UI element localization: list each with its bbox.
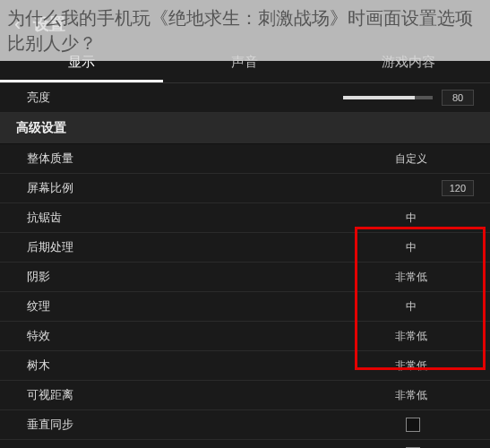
row-overall-quality[interactable]: 整体质量 自定义 [0,144,490,174]
tab-sound[interactable]: 声音 [163,45,326,82]
row-effects[interactable]: 特效 非常低 [0,322,490,351]
vsync-checkbox[interactable] [406,418,420,432]
overall-quality-label: 整体质量 [27,151,73,167]
tabs: 显示 声音 游戏内容 [0,45,490,83]
screen-ratio-label: 屏幕比例 [27,180,73,196]
post-processing-label: 后期处理 [27,239,73,255]
post-processing-value: 中 [348,240,474,255]
row-shadows[interactable]: 阴影 非常低 [0,263,490,292]
texture-value: 中 [348,299,474,314]
anti-aliasing-value: 中 [348,211,474,226]
settings-panel: ‹ 设置 显示 声音 游戏内容 亮度 80 高级设置 整体质量 自定义 屏幕比例… [0,0,490,448]
screen-ratio-value: 120 [442,180,474,196]
row-texture[interactable]: 纹理 中 [0,292,490,322]
row-view-distance[interactable]: 可视距离 非常低 [0,381,490,410]
tab-game-content[interactable]: 游戏内容 [327,45,490,82]
vsync-label: 垂直同步 [27,417,73,433]
row-brightness: 亮度 80 [0,83,490,113]
row-vsync[interactable]: 垂直同步 [0,410,490,440]
view-distance-label: 可视距离 [27,387,73,403]
row-post-processing[interactable]: 后期处理 中 [0,233,490,263]
advanced-settings-header: 高级设置 [0,113,490,144]
row-screen-ratio: 屏幕比例 120 [0,174,490,203]
anti-aliasing-label: 抗锯齿 [27,210,62,226]
effects-value: 非常低 [348,329,474,344]
settings-list: 亮度 80 高级设置 整体质量 自定义 屏幕比例 120 抗锯齿 中 后期处理 [0,83,490,448]
tab-display[interactable]: 显示 [0,45,163,82]
trees-label: 树木 [27,358,50,374]
overall-quality-value: 自定义 [348,151,474,167]
brightness-label: 亮度 [27,90,50,106]
view-distance-value: 非常低 [348,388,474,403]
back-icon[interactable]: ‹ [14,13,21,36]
brightness-slider[interactable] [343,96,433,99]
row-trees[interactable]: 树木 非常低 [0,351,490,381]
trees-value: 非常低 [348,358,474,374]
brightness-slider-fill [343,96,415,99]
texture-label: 纹理 [27,298,50,314]
page-title: 设置 [33,13,65,35]
effects-label: 特效 [27,328,50,344]
top-bar: ‹ 设置 [0,9,490,45]
shadows-value: 非常低 [348,270,474,285]
row-anti-aliasing[interactable]: 抗锯齿 中 [0,203,490,233]
brightness-value: 80 [442,90,474,106]
row-motion-blur[interactable]: 运动模糊 [0,440,490,448]
shadows-label: 阴影 [27,269,50,285]
